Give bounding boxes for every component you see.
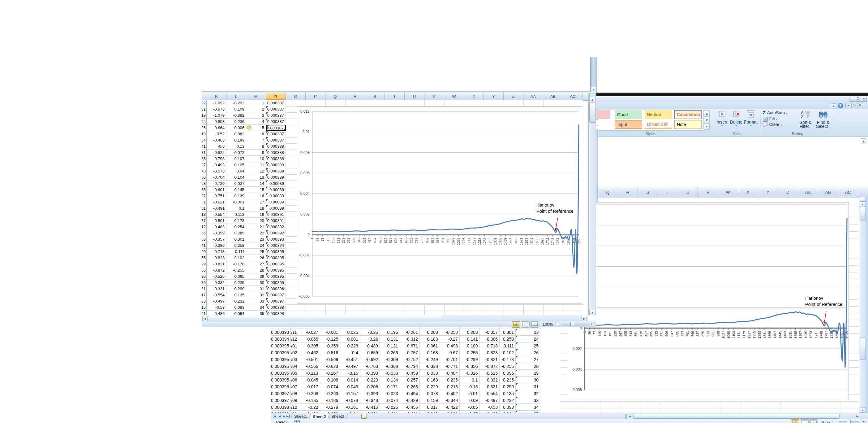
cell[interactable]: 1: [246, 100, 266, 106]
cell[interactable]: 0.299: [500, 383, 516, 390]
cell[interactable]: 0.199: [226, 137, 246, 143]
cell[interactable]: -0.497: [340, 363, 360, 370]
cell[interactable]: 39: [202, 280, 207, 286]
cell[interactable]: 0.000389: [266, 162, 286, 168]
cell[interactable]: 12: [246, 168, 266, 174]
cell[interactable]: -0.017: [300, 383, 320, 390]
cell[interactable]: -0.359: [320, 342, 340, 349]
cell[interactable]: 0.000387: [266, 112, 286, 119]
cell[interactable]: -0.125: [320, 336, 340, 342]
doc-minimize-icon[interactable]: –: [845, 103, 851, 108]
cell[interactable]: 0.000397: [271, 397, 291, 404]
cell[interactable]: 0.203: [460, 329, 480, 336]
cell[interactable]: 0.000391: [266, 218, 286, 224]
cell[interactable]: 24: [246, 243, 266, 249]
zoom-slider[interactable]: [562, 323, 588, 326]
cell[interactable]: 0.000395: [271, 363, 291, 370]
cell[interactable]: 0.000398: [266, 304, 286, 311]
autosum-button[interactable]: Σ AutoSum ▾: [763, 110, 796, 115]
cell[interactable]: -0.236: [440, 376, 460, 383]
cell[interactable]: -1.079: [207, 112, 226, 119]
cell[interactable]: 0.131: [380, 336, 400, 342]
cell[interactable]: 26: [246, 255, 266, 261]
column-header-Q[interactable]: Q: [326, 92, 345, 100]
cell[interactable]: 31: [202, 149, 207, 156]
cell[interactable]: 56: [202, 230, 207, 236]
cell[interactable]: -0.821: [207, 261, 226, 267]
cell[interactable]: -0.161: [340, 404, 360, 411]
cell[interactable]: 0.232: [226, 298, 246, 304]
cell[interactable]: 29: [516, 370, 540, 376]
cell[interactable]: 0.001: [340, 336, 360, 342]
scroll-right-icon[interactable]: ▶: [582, 316, 587, 321]
cell[interactable]: 0.1: [460, 376, 480, 383]
cell[interactable]: 37: [202, 218, 207, 224]
cell[interactable]: 55: [202, 255, 207, 261]
view-page-layout-button[interactable]: [521, 321, 530, 328]
cell[interactable]: -0.497: [207, 298, 226, 304]
column-header-Y[interactable]: Y: [758, 187, 778, 197]
cell[interactable]: 15: [246, 187, 266, 193]
cell[interactable]: -0.228: [340, 342, 360, 349]
cell[interactable]: 0.000395: [271, 349, 291, 356]
cell[interactable]: 0.082: [226, 131, 246, 137]
annotation-line1[interactable]: Illarionov: [805, 296, 824, 301]
cell[interactable]: -0.332: [207, 280, 226, 286]
cell[interactable]: -0.356: [460, 363, 480, 370]
column-header-AB[interactable]: AB: [818, 187, 838, 197]
cell[interactable]: 0.093: [226, 304, 246, 311]
scroll-down-icon[interactable]: ▼: [591, 87, 596, 92]
fill-button[interactable]: ↓ Fill ▾: [763, 116, 796, 121]
help-icon[interactable]: ?: [838, 103, 843, 108]
embedded-chart-right[interactable]: 0.0120.010.0080.0060.0040.0020-0.002-0.0…: [568, 202, 849, 401]
cell[interactable]: 25: [246, 249, 266, 255]
cell[interactable]: -0.27: [440, 336, 460, 342]
data-series-line[interactable]: [312, 125, 579, 274]
cell[interactable]: 20: [246, 218, 266, 224]
cell[interactable]: -0.451: [340, 356, 360, 363]
cell[interactable]: 0.000395: [266, 255, 286, 261]
cell[interactable]: 0.000391: [266, 212, 286, 218]
cell[interactable]: -0.623: [320, 363, 340, 370]
cell[interactable]: 54: [202, 137, 207, 143]
scroll-down-icon[interactable]: ▼: [589, 310, 595, 315]
cell[interactable]: -0.102: [226, 255, 246, 261]
zoom-in-icon[interactable]: +: [861, 420, 866, 423]
cell[interactable]: -0.236: [226, 119, 246, 125]
cell[interactable]: -0.872: [207, 267, 226, 274]
cell[interactable]: -0.53: [207, 304, 226, 311]
cell[interactable]: 56: [202, 267, 207, 274]
column-header-R[interactable]: R: [345, 92, 365, 100]
cell[interactable]: 0.00039: [266, 193, 286, 199]
cell[interactable]: -0.027: [300, 329, 320, 336]
cell[interactable]: -0.822: [207, 149, 226, 156]
split-handle[interactable]: —: [589, 93, 595, 97]
cell[interactable]: -0.121: [380, 342, 400, 349]
cell[interactable]: -0.368: [380, 363, 400, 370]
cell[interactable]: 0.196: [380, 329, 400, 336]
cell[interactable]: 17: [246, 199, 266, 205]
hscroll-thumb[interactable]: [208, 316, 442, 321]
column-header-W[interactable]: W: [718, 187, 738, 197]
cell[interactable]: -0.415: [360, 404, 380, 411]
cell[interactable]: 0.078: [420, 390, 440, 397]
cell[interactable]: 0.254: [226, 224, 246, 230]
cell[interactable]: 6: [246, 131, 266, 137]
hscroll-left-icon[interactable]: ◀: [628, 414, 632, 418]
cell[interactable]: -0.67: [440, 349, 460, 356]
doc-close-icon[interactable]: ✕: [857, 103, 863, 108]
cell[interactable]: 0.095: [226, 274, 246, 280]
data-series-line[interactable]: [584, 218, 847, 367]
cell[interactable]: -0.266: [380, 349, 400, 356]
cell[interactable]: -0.305: [300, 342, 320, 349]
cell[interactable]: 0.000387: [266, 100, 286, 106]
column-header-U[interactable]: U: [678, 187, 698, 197]
cell[interactable]: -0.671: [400, 342, 420, 349]
clear-button[interactable]: Clear ▾: [763, 122, 796, 127]
cell[interactable]: 0.111: [226, 249, 246, 255]
last-sheet-icon[interactable]: ▶┃: [286, 414, 290, 418]
cell[interactable]: -0.263: [400, 383, 420, 390]
cell[interactable]: -0.135: [300, 397, 320, 404]
cell[interactable]: -0.331: [480, 383, 500, 390]
doc-restore-icon[interactable]: ❐: [851, 103, 857, 108]
